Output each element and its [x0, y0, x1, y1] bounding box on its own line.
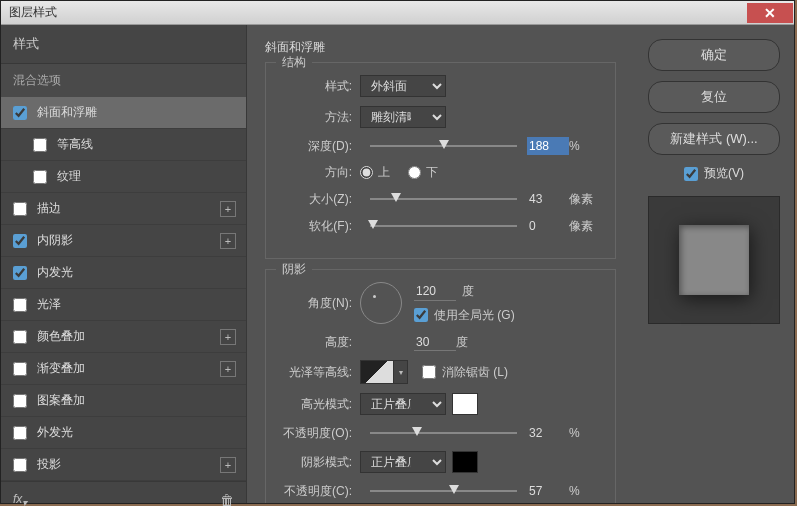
style-item-10[interactable]: 外发光 [1, 417, 246, 449]
style-item-label: 图案叠加 [37, 392, 85, 409]
style-item-label: 渐变叠加 [37, 360, 85, 377]
technique-label: 方法: [282, 109, 360, 126]
highlight-opacity-field[interactable] [527, 424, 569, 442]
sidebar-header: 样式 [1, 25, 246, 64]
add-effect-icon[interactable]: + [220, 201, 236, 217]
direction-up-radio[interactable]: 上 [360, 164, 390, 181]
style-item-1[interactable]: 等高线 [1, 129, 246, 161]
style-item-label: 光泽 [37, 296, 61, 313]
ok-button[interactable]: 确定 [648, 39, 780, 71]
add-effect-icon[interactable]: + [220, 361, 236, 377]
altitude-unit: 度 [456, 334, 486, 351]
style-checkbox[interactable] [13, 234, 27, 248]
close-button[interactable]: ✕ [747, 3, 793, 23]
highlight-mode-dropdown[interactable]: 正片叠底 [360, 393, 446, 415]
style-item-6[interactable]: 光泽 [1, 289, 246, 321]
style-item-8[interactable]: 渐变叠加+ [1, 353, 246, 385]
size-field[interactable] [527, 190, 569, 208]
angle-field[interactable] [414, 283, 456, 301]
style-item-label: 斜面和浮雕 [37, 104, 97, 121]
shadow-opacity-slider[interactable] [370, 490, 517, 492]
technique-dropdown[interactable]: 雕刻清晰 [360, 106, 446, 128]
fx-menu[interactable]: fx▾ [13, 492, 27, 506]
highlight-opacity-unit: % [569, 426, 599, 440]
shadow-color-swatch[interactable] [452, 451, 478, 473]
style-checkbox[interactable] [33, 138, 47, 152]
preview-thumbnail [648, 196, 780, 324]
shading-legend: 阴影 [276, 261, 312, 278]
style-item-5[interactable]: 内发光 [1, 257, 246, 289]
style-item-label: 内发光 [37, 264, 73, 281]
style-checkbox[interactable] [13, 298, 27, 312]
style-item-11[interactable]: 投影+ [1, 449, 246, 481]
depth-label: 深度(D): [282, 138, 360, 155]
style-checkbox[interactable] [13, 106, 27, 120]
altitude-field[interactable] [414, 333, 456, 351]
angle-unit: 度 [462, 283, 492, 300]
style-item-label: 等高线 [57, 136, 93, 153]
angle-dial[interactable] [360, 282, 402, 324]
style-checkbox[interactable] [13, 426, 27, 440]
direction-label: 方向: [282, 164, 360, 181]
depth-slider[interactable] [370, 145, 517, 147]
style-checkbox[interactable] [13, 266, 27, 280]
style-item-2[interactable]: 纹理 [1, 161, 246, 193]
style-checkbox[interactable] [13, 394, 27, 408]
structure-legend: 结构 [276, 54, 312, 71]
shadow-opacity-unit: % [569, 484, 599, 498]
style-item-label: 投影 [37, 456, 61, 473]
antialias-checkbox[interactable]: 消除锯齿 (L) [422, 364, 508, 381]
direction-down-radio[interactable]: 下 [408, 164, 438, 181]
style-checkbox[interactable] [33, 170, 47, 184]
soften-slider[interactable] [370, 225, 517, 227]
gloss-contour-dropdown[interactable]: ▾ [394, 360, 408, 384]
soften-field[interactable] [527, 217, 569, 235]
style-checkbox[interactable] [13, 202, 27, 216]
style-checkbox[interactable] [13, 330, 27, 344]
soften-label: 软化(F): [282, 218, 360, 235]
depth-field[interactable] [527, 137, 569, 155]
highlight-color-swatch[interactable] [452, 393, 478, 415]
styles-sidebar: 样式 混合选项 斜面和浮雕等高线纹理描边+内阴影+内发光光泽颜色叠加+渐变叠加+… [1, 25, 247, 503]
add-effect-icon[interactable]: + [220, 457, 236, 473]
blending-options[interactable]: 混合选项 [1, 64, 246, 97]
layer-style-dialog: 图层样式 ✕ 样式 混合选项 斜面和浮雕等高线纹理描边+内阴影+内发光光泽颜色叠… [0, 0, 795, 504]
altitude-label: 高度: [282, 334, 360, 351]
shading-group: 阴影 角度(N): 度 使用全局光 (G) 高度: [265, 269, 616, 503]
panel-title: 斜面和浮雕 [265, 39, 616, 56]
shadow-opacity-label: 不透明度(C): [282, 483, 360, 500]
new-style-button[interactable]: 新建样式 (W)... [648, 123, 780, 155]
right-panel: 确定 复位 新建样式 (W)... 预览(V) [634, 25, 794, 503]
style-checkbox[interactable] [13, 362, 27, 376]
add-effect-icon[interactable]: + [220, 329, 236, 345]
style-item-0[interactable]: 斜面和浮雕 [1, 97, 246, 129]
dialog-title: 图层样式 [9, 4, 57, 21]
style-item-label: 内阴影 [37, 232, 73, 249]
style-item-3[interactable]: 描边+ [1, 193, 246, 225]
soften-unit: 像素 [569, 218, 599, 235]
style-item-7[interactable]: 颜色叠加+ [1, 321, 246, 353]
main-panel: 斜面和浮雕 结构 样式: 外斜面 方法: 雕刻清晰 深度(D): % [247, 25, 634, 503]
style-item-9[interactable]: 图案叠加 [1, 385, 246, 417]
highlight-opacity-slider[interactable] [370, 432, 517, 434]
shadow-opacity-field[interactable] [527, 482, 569, 500]
depth-unit: % [569, 139, 599, 153]
gloss-contour-label: 光泽等高线: [282, 364, 360, 381]
gloss-contour-picker[interactable] [360, 360, 394, 384]
preview-checkbox[interactable]: 预览(V) [648, 165, 780, 182]
style-checkbox[interactable] [13, 458, 27, 472]
style-item-4[interactable]: 内阴影+ [1, 225, 246, 257]
style-item-label: 颜色叠加 [37, 328, 85, 345]
trash-icon[interactable]: 🗑 [220, 492, 234, 506]
style-dropdown[interactable]: 外斜面 [360, 75, 446, 97]
highlight-opacity-label: 不透明度(O): [282, 425, 360, 442]
global-light-checkbox[interactable]: 使用全局光 (G) [414, 307, 515, 324]
cancel-button[interactable]: 复位 [648, 81, 780, 113]
preview-inner [679, 225, 749, 295]
size-slider[interactable] [370, 198, 517, 200]
add-effect-icon[interactable]: + [220, 233, 236, 249]
angle-label: 角度(N): [282, 295, 360, 312]
style-label: 样式: [282, 78, 360, 95]
style-item-label: 描边 [37, 200, 61, 217]
shadow-mode-dropdown[interactable]: 正片叠底 [360, 451, 446, 473]
